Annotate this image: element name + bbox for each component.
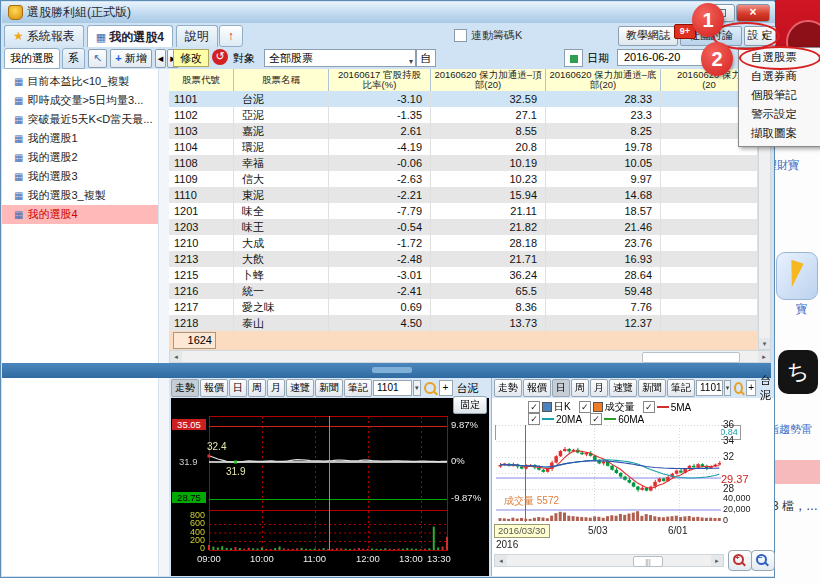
intraday-chart[interactable]: 35.05 31.9 28.75 32.4 31.9 9.87%0%-9.87%… (171, 398, 489, 576)
tab-我的選股4[interactable]: ▦我的選股4 (87, 25, 173, 49)
stock-code: 1215 (169, 267, 234, 283)
code-dropdown-icon[interactable]: ▾ (724, 380, 732, 396)
sidebar-item[interactable]: ▦即時成交量>5日均量3... (2, 91, 169, 110)
splitter[interactable] (2, 363, 771, 378)
my-picks-tab[interactable]: 我的選股 (4, 48, 60, 69)
checkbox-checked-icon[interactable]: ✓ (590, 413, 602, 425)
year-label: 2016 (496, 539, 518, 550)
chart-tab-周[interactable]: 周 (248, 379, 266, 397)
chart-tab-新聞[interactable]: 新聞 (638, 379, 666, 397)
annotation-step-1: 1 (692, 3, 724, 37)
tab-系統報表[interactable]: ★系統報表 (4, 25, 84, 47)
auto-button[interactable]: 自 (416, 49, 436, 67)
chart-tab-日[interactable]: 日 (552, 379, 570, 397)
table-row[interactable]: 1104環泥-4.1920.819.78 (169, 139, 758, 155)
chart-hscrollbar[interactable]: ◂ ||| ▸ (494, 554, 724, 567)
cursor-tool-button[interactable]: ↖ (88, 49, 107, 68)
excel-export-icon[interactable] (564, 49, 583, 67)
zoom-in-button[interactable]: + (728, 550, 752, 571)
add-code-button[interactable]: + (439, 380, 453, 396)
table-row[interactable]: 1210大成-1.7228.1823.76 (169, 235, 758, 251)
sidebar-item[interactable]: ▦我的選股4 (2, 205, 169, 224)
table-row[interactable]: 1213大飲-2.4821.7116.93 (169, 251, 758, 267)
pager-left-button[interactable]: ◂ (155, 49, 167, 68)
add-list-button[interactable]: + 新增 (110, 49, 152, 68)
checkbox-icon[interactable] (454, 29, 467, 42)
menu-item-個股筆記[interactable]: 個股筆記 (739, 86, 820, 105)
hscroll-thumb[interactable] (642, 352, 740, 363)
cell-value: 12.37 (546, 315, 661, 331)
chart-tab-報價[interactable]: 報價 (523, 379, 551, 397)
menu-item-擷取圖案[interactable]: 擷取圖案 (739, 124, 820, 143)
table-row[interactable]: 1101台泥-3.1032.5928.33 (169, 91, 758, 107)
sidebar-item[interactable]: ▦我的選股2 (2, 148, 169, 167)
chart-tab-速覽[interactable]: 速覽 (286, 379, 314, 397)
axis-tick: 6/01 (668, 525, 687, 536)
table-row[interactable]: 1201味全-7.7921.1118.57 (169, 203, 758, 219)
search-icon[interactable] (424, 382, 436, 394)
chart-tab-走勢[interactable]: 走勢 (494, 379, 522, 397)
checkbox-checked-icon[interactable]: ✓ (643, 401, 655, 413)
stock-code-input[interactable]: 1101 (696, 380, 723, 396)
table-hscrollbar[interactable]: ◂ ▸ (169, 350, 771, 363)
modify-button[interactable]: 修改 (173, 49, 209, 67)
legend-label: 5MA (671, 402, 692, 413)
add-code-button[interactable]: + (746, 380, 756, 396)
table-row[interactable]: 1110東泥-2.2115.9414.68 (169, 187, 758, 203)
teach-blog-button[interactable]: 教學網誌 (618, 26, 678, 46)
table-row[interactable]: 1108幸福-0.0610.1910.05 (169, 155, 758, 171)
table-row[interactable]: 1215卜蜂-3.0136.2428.64 (169, 267, 758, 283)
sidebar-item[interactable]: ▦突破最近5天K<D當天最... (2, 110, 169, 129)
sidebar-item[interactable]: ▦目前本益比<10_複製 (2, 72, 169, 91)
stock-code-input[interactable]: 1101 (373, 380, 412, 396)
close-button[interactable]: × (736, 4, 770, 22)
linkage-k-toggle[interactable]: 連動籌碼K (454, 28, 522, 43)
chart-tab-月[interactable]: 月 (267, 379, 285, 397)
menu-item-警示設定[interactable]: 警示設定 (739, 105, 820, 124)
table-row[interactable]: 1216統一-2.4165.559.48 (169, 283, 758, 299)
target-select[interactable]: 全部股票▾ (264, 49, 416, 67)
chart-scroll-left-icon[interactable]: ◂ (495, 555, 507, 566)
sidebar-item[interactable]: ▦我的選股3 (2, 167, 169, 186)
chart-tab-筆記[interactable]: 筆記 (344, 379, 372, 397)
chart-tab-月[interactable]: 月 (590, 379, 608, 397)
checkbox-checked-icon[interactable]: ✓ (528, 401, 540, 413)
chart-tab-走勢[interactable]: 走勢 (171, 379, 199, 397)
checkbox-checked-icon[interactable]: ✓ (528, 413, 540, 425)
scroll-down-icon[interactable]: ▾ (759, 338, 770, 349)
chart-tab-報價[interactable]: 報價 (200, 379, 228, 397)
chart-tab-日[interactable]: 日 (229, 379, 247, 397)
system-tab-partial[interactable]: 系 (62, 48, 85, 69)
new-report-button[interactable]: ↑ (219, 25, 243, 47)
column-header[interactable]: 股票名稱 (234, 69, 329, 91)
chart-scroll-thumb[interactable]: ||| (633, 556, 663, 567)
table-row[interactable]: 1218泰山4.5013.7312.37 (169, 315, 758, 331)
column-header[interactable]: 20160620 保力加通道–底部(20) (546, 69, 661, 91)
table-row[interactable]: 1217愛之味0.698.367.76 (169, 299, 758, 315)
column-header[interactable]: 股票代號 (169, 69, 234, 91)
scroll-left-icon[interactable]: ◂ (170, 351, 182, 362)
scroll-right-icon[interactable]: ▸ (758, 351, 770, 362)
chart-tab-周[interactable]: 周 (571, 379, 589, 397)
sidebar-item[interactable]: ▦我的選股1 (2, 129, 169, 148)
column-header[interactable]: 20160617 官股持股比率(%) (329, 69, 431, 91)
search-icon[interactable] (734, 382, 743, 394)
chart-scroll-right-icon[interactable]: ▸ (711, 555, 723, 566)
chart-tab-筆記[interactable]: 筆記 (667, 379, 695, 397)
checkbox-checked-icon[interactable]: ✓ (579, 401, 591, 413)
fix-button[interactable]: 固定 (453, 396, 487, 414)
table-row[interactable]: 1203味王-0.5421.8221.46 (169, 219, 758, 235)
chart-tab-速覽[interactable]: 速覽 (609, 379, 637, 397)
code-dropdown-icon[interactable]: ▾ (413, 380, 421, 396)
splitter-grip[interactable] (372, 367, 412, 373)
column-header[interactable]: 20160620 保力加通道–頂部(20) (431, 69, 546, 91)
table-row[interactable]: 1109信大-2.6310.239.97 (169, 171, 758, 187)
table-row[interactable]: 1103嘉泥2.618.558.25 (169, 123, 758, 139)
tab-說明[interactable]: 說明 (176, 25, 218, 47)
cell-value: 21.82 (431, 219, 546, 235)
refresh-icon[interactable]: ↺ (212, 49, 228, 65)
table-row[interactable]: 1102亞泥-1.3527.123.3 (169, 107, 758, 123)
chart-tab-新聞[interactable]: 新聞 (315, 379, 343, 397)
sidebar-item[interactable]: ▦我的選股3_複製 (2, 186, 169, 205)
zoom-out-button[interactable]: − (751, 550, 775, 571)
